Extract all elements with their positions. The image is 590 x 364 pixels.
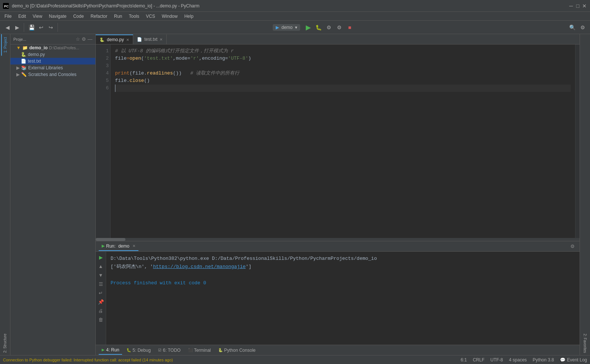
tool-tab-todo[interactable]: ☑ 6: TODO	[155, 346, 184, 355]
menu-navigate[interactable]: Navigate	[46, 13, 69, 20]
run-panel-settings-btn[interactable]: ⚙	[568, 242, 577, 251]
console-run-btn[interactable]: ▶	[97, 253, 105, 261]
demo-py-label: demo.py	[28, 52, 45, 57]
external-libs-label: External Libraries	[28, 65, 63, 70]
tab-test-txt-close[interactable]: ✕	[160, 37, 163, 42]
run-config-icon: ▶	[276, 25, 279, 30]
stop-button[interactable]: ■	[345, 23, 354, 32]
toolbar-undo-btn[interactable]: ↩	[37, 23, 46, 32]
tree-item-project-root[interactable]: ▼ 📁 demo_io D:\Data\Profes...	[10, 44, 95, 51]
code-editor: 1 2 3 4 5 6 # 以 UTF-8 的编码格式打开指定文件，打开模式为 …	[96, 44, 580, 238]
left-sidebar-icons: 1: Project 2: Structure	[0, 34, 10, 355]
run-tab-close[interactable]: ✕	[132, 244, 135, 248]
svg-text:PC: PC	[4, 4, 9, 8]
console-clear-btn[interactable]: 🗑	[97, 315, 105, 324]
file-tree-minimize-btn[interactable]: —	[88, 36, 92, 42]
tab-test-txt-icon: 📄	[137, 37, 142, 42]
status-position[interactable]: 6:1	[461, 357, 467, 363]
tree-item-demo-py[interactable]: 🐍 demo.py	[10, 51, 95, 58]
file-tree-gear-btn[interactable]: ⚙	[82, 36, 86, 42]
status-event-log[interactable]: 💬 Event Log	[560, 357, 587, 363]
console-link[interactable]: https://blog.csdn.net/manongajie	[153, 264, 246, 269]
tool-tab-run[interactable]: ▶ 4: Run	[99, 346, 122, 355]
code-string-r: 'r'	[190, 55, 199, 62]
file-tree-add-btn[interactable]: ☆	[76, 36, 80, 42]
run-tab-config: demo	[117, 244, 129, 249]
console-wrap-btn[interactable]: ↵	[97, 289, 105, 297]
menu-code[interactable]: Code	[70, 13, 87, 20]
settings-btn[interactable]: ⚙	[578, 23, 587, 32]
minimize-button[interactable]: ─	[568, 3, 574, 9]
line-numbers: 1 2 3 4 5 6	[96, 44, 111, 238]
status-encoding[interactable]: UTF-8	[491, 357, 503, 363]
console-pin-btn[interactable]: 📌	[97, 298, 105, 306]
code-readlines-func: readlines	[147, 70, 173, 77]
status-python-ver[interactable]: Python 3.8	[533, 357, 554, 363]
menu-help[interactable]: Help	[181, 13, 197, 20]
status-indent[interactable]: 4 spaces	[509, 357, 527, 363]
toolbar-back-btn[interactable]: ◀	[3, 23, 12, 32]
toolbar-forward-btn[interactable]: ▶	[13, 23, 22, 32]
tab-demo-py[interactable]: 🐍 demo.py ✕	[96, 34, 133, 44]
status-line-ending[interactable]: CRLF	[473, 357, 484, 363]
menu-window[interactable]: Window	[159, 13, 181, 20]
console-list-end: ']	[246, 264, 252, 269]
file-tree-panel: Proje... ☆ ⚙ — ▼ 📁 demo_io D:\Data\Profe…	[10, 34, 96, 355]
structure-tab-btn[interactable]: 2: Structure	[1, 331, 9, 355]
coverage-button[interactable]: ⚙	[325, 23, 334, 32]
file-tree-content: ▼ 📁 demo_io D:\Data\Profes... 🐍 demo.py …	[10, 44, 95, 355]
title-bar-left: PC demo_io [D:\Data\ProfessionalSkills\P…	[3, 3, 200, 9]
profile-button[interactable]: ⚙	[335, 23, 344, 32]
code-print-kw: print	[115, 70, 130, 77]
console-scroll-up-btn[interactable]: ▲	[97, 262, 105, 270]
tab-test-txt[interactable]: 📄 test.txt ✕	[133, 34, 167, 44]
menu-refactor[interactable]: Refactor	[88, 13, 110, 20]
tool-tab-terminal[interactable]: ⬛ Terminal	[185, 346, 214, 355]
editor-scrollbar[interactable]	[575, 44, 580, 238]
app-icon: PC	[3, 3, 9, 9]
title-bar: PC demo_io [D:\Data\ProfessionalSkills\P…	[0, 0, 590, 12]
code-open-func: open	[130, 55, 141, 62]
tree-item-test-txt[interactable]: 📄 test.txt	[10, 58, 95, 64]
code-string-utf8: 'UTF-8'	[228, 55, 248, 62]
favorites-tab-btn[interactable]: 2: Favorites	[581, 331, 589, 355]
tab-demo-py-close[interactable]: ✕	[126, 38, 129, 42]
menu-file[interactable]: File	[1, 13, 14, 20]
tool-tab-debug[interactable]: 🐛 5: Debug	[124, 346, 154, 355]
tree-item-external-libs[interactable]: ▶ 📚 External Libraries	[10, 64, 95, 71]
python-file-icon: 🐍	[21, 52, 26, 57]
menu-view[interactable]: View	[30, 13, 45, 20]
code-content[interactable]: # 以 UTF-8 的编码格式打开指定文件，打开模式为 r file = ope…	[111, 44, 575, 238]
console-scroll-down-btn[interactable]: ▼	[97, 271, 105, 279]
run-button[interactable]: ▶	[304, 23, 313, 32]
toolbar-redo-btn[interactable]: ↪	[46, 23, 55, 32]
bottom-panel: ▶ Run: demo ✕ ⚙ ▶ ▲ ▼ ☰	[96, 241, 580, 345]
close-button[interactable]: ✕	[582, 3, 587, 9]
project-tab-btn[interactable]: 1: Project	[1, 34, 9, 56]
tool-tab-terminal-label: Terminal	[194, 348, 211, 353]
tree-item-scratches[interactable]: ▶ ✏️ Scratches and Consoles	[10, 71, 95, 78]
debug-button[interactable]: 🐛	[314, 23, 323, 32]
code-string-test: 'test.txt'	[144, 55, 173, 62]
code-var-file: file	[115, 55, 127, 62]
menu-run[interactable]: Run	[111, 13, 125, 20]
console-print-btn[interactable]: 🖨	[97, 307, 105, 315]
run-config-selector[interactable]: ▶ demo ▾	[273, 24, 300, 31]
status-message: Connection to Python debugger failed: In…	[3, 358, 458, 362]
code-line-6	[115, 85, 571, 92]
code-close-paren: )	[248, 55, 251, 62]
editor-hscrollbar[interactable]	[96, 238, 580, 241]
menu-vcs[interactable]: VCS	[143, 13, 158, 20]
tool-tab-python-console[interactable]: 🐍 Python Console	[215, 346, 259, 355]
console-list-start: ['码农阿杰\n', '	[111, 264, 153, 269]
toolbar-save-btn[interactable]: 💾	[27, 23, 36, 32]
menu-tools[interactable]: Tools	[126, 13, 142, 20]
search-everywhere-btn[interactable]: 🔍	[568, 23, 577, 32]
menu-edit[interactable]: Edit	[15, 13, 29, 20]
console-format-btn[interactable]: ☰	[97, 280, 105, 288]
cursor	[115, 85, 118, 92]
code-line-1: # 以 UTF-8 的编码格式打开指定文件，打开模式为 r	[115, 47, 571, 55]
bottom-tab-run[interactable]: ▶ Run: demo ✕	[99, 242, 138, 251]
maximize-button[interactable]: □	[575, 3, 580, 9]
console-output: D:\Data\Tools\Python382\python.exe D:/Da…	[106, 252, 580, 345]
